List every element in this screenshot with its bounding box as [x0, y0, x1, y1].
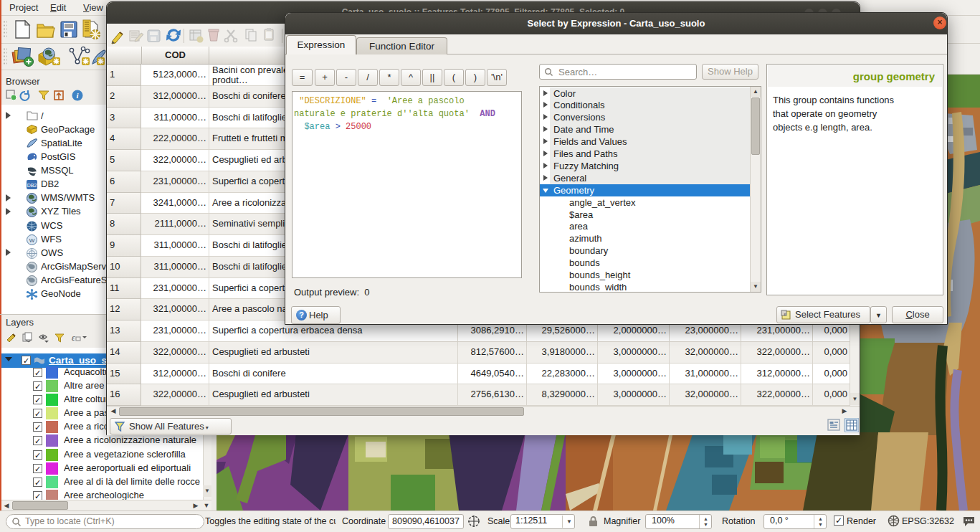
svg-text:W: W [29, 237, 35, 244]
svg-text:ε: ε [72, 333, 75, 343]
svg-text:DB2: DB2 [27, 183, 37, 188]
svg-text:ε: ε [784, 311, 786, 317]
